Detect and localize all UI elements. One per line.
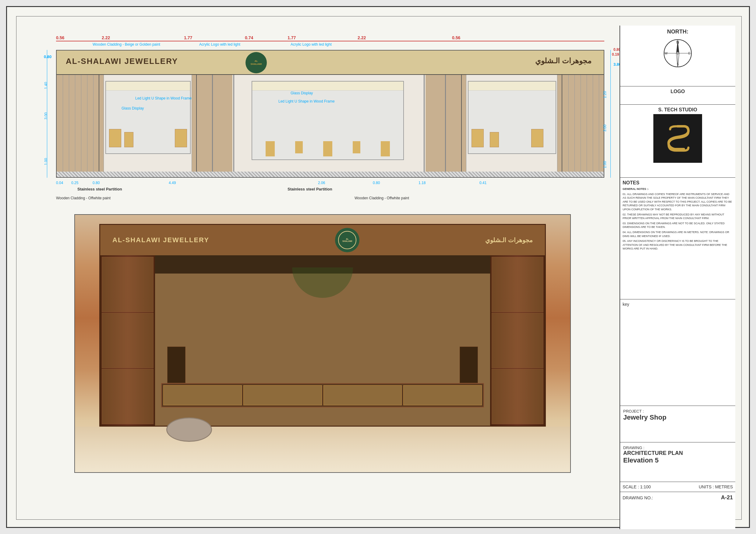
dim-118: 1.18	[418, 181, 425, 185]
left-wing	[57, 75, 99, 178]
dim-140: 1.40	[44, 82, 48, 89]
drawing-label: DRAWING :	[623, 445, 732, 450]
center-logo: ALSHALAWI	[246, 52, 267, 73]
header-bar: AL-SHALAWI JEWELLERY ALSHALAWI مجوهرات ا…	[57, 51, 604, 75]
annotation-acrylic-left: Acrylic Logo with led light	[199, 42, 240, 46]
svg-text:N: N	[677, 40, 679, 44]
annotation-wooden-cladding-top: Wooden Cladding - Beige or Golden paint	[93, 42, 160, 46]
dim-080-inner: 0.80	[93, 181, 99, 185]
north-label: NORTH:	[623, 29, 732, 35]
dim-449: 4.49	[169, 181, 176, 185]
logo-section: LOGO	[620, 87, 735, 105]
outer-border: 0.56 2.22 1.77 0.74 1.77 2.22 0.56 Woode…	[6, 6, 750, 528]
notes-label: NOTES	[623, 180, 733, 186]
annotation-acrylic-right: Acrylic Logo with led light	[291, 42, 332, 46]
dim-080-center: 0.80	[373, 181, 380, 185]
svg-text:E: E	[688, 52, 690, 55]
render-counters	[161, 383, 484, 407]
right-glass-unit	[468, 81, 556, 154]
render-stand-1	[167, 346, 185, 383]
units-label: UNITS : METRES	[699, 484, 733, 489]
svg-text:W: W	[664, 52, 668, 55]
note1: 01. ALL DRAWINGS AND COPIES THEREOF ARE …	[623, 192, 733, 212]
render-floor	[75, 427, 570, 472]
project-name: Jewelry Shop	[623, 414, 732, 421]
render-seating	[166, 418, 212, 442]
render-plant-decoration	[292, 267, 353, 298]
top-dim-line	[56, 41, 604, 41]
dim-056-left: 0.56	[56, 35, 64, 40]
dim-080-left: 0.80	[44, 55, 51, 59]
scale-section: SCALE : 1:100 UNITS : METRES	[620, 482, 735, 492]
center-glass-unit	[252, 81, 404, 160]
annotation-glass-center: Glass Display	[291, 91, 313, 95]
dim-300-right: 3.00	[603, 124, 607, 132]
north-section: NORTH: N S W E	[620, 26, 735, 87]
annotation-led-left: Led Light U Shape in Wood Frame	[135, 95, 192, 101]
dim-206: 2.06	[318, 181, 325, 185]
dim-074: 0.74	[245, 35, 253, 40]
project-section: PROJECT : Jewelry Shop	[620, 406, 735, 443]
dim-004: 0.04	[56, 181, 63, 185]
bottom-hatch	[57, 172, 604, 177]
shop-photo: AL-SHALAWI JEWELLERY ALSHALAWI مجوهرات ا…	[74, 214, 571, 473]
wooden-bottom-right: Wooden Cladding - Offwhite paint	[355, 196, 409, 200]
dim-100-right: 1.00	[603, 161, 607, 168]
project-label: PROJECT :	[623, 409, 732, 414]
dim-177-left: 1.77	[184, 35, 192, 40]
right-display	[462, 75, 562, 178]
render-shop-name-ar: مجوهرات الـشلوي	[485, 237, 533, 244]
shop-name-en: AL-SHALAWI JEWELLERY	[66, 57, 178, 66]
note2: 02. THESE DRAWINGS MAY NOT BE REPRODUCED…	[623, 213, 733, 220]
studio-name: S. TECH STUDIO	[623, 107, 733, 113]
drawing-area: 0.56 2.22 1.77 0.74 1.77 2.22 0.56 Woode…	[32, 32, 638, 519]
drawing-type: ARCHITECTURE PLAN	[623, 450, 732, 456]
drawing-number: A-21	[721, 495, 733, 501]
dim-222-left: 2.22	[102, 35, 110, 40]
stainless-left-label: Stainless steel Partition	[77, 187, 122, 191]
stainless-right-label: Stainless steel Partition	[287, 187, 332, 191]
dim-056-right: 0.56	[452, 35, 460, 40]
render-main	[100, 255, 545, 426]
annotation-led-right: Led Light U Shape in Wood Frame	[279, 99, 335, 104]
logo-section-label: LOGO	[623, 89, 733, 94]
key-section: key	[620, 299, 735, 406]
dim-222-right: 2.22	[358, 35, 366, 40]
dim-120: 1.20	[603, 91, 607, 98]
shop-facade-header: AL-SHALAWI JEWELLERY ALSHALAWI مجوهرات ا…	[100, 225, 545, 255]
studio-section: S. TECH STUDIO	[620, 105, 735, 178]
key-label: key	[623, 302, 733, 307]
dim-025: 0.25	[71, 181, 78, 185]
north-compass: N S W E	[662, 38, 693, 68]
note4: 04. ALL DIMENSIONS ON THE DRAWINGS ARE I…	[623, 230, 733, 238]
render-logo: ALSHALAWI	[335, 228, 360, 252]
drawing-info-section: DRAWING : ARCHITECTURE PLAN Elevation 5	[620, 443, 735, 482]
drawing-elevation: Elevation 5	[623, 456, 732, 464]
dim-041: 0.41	[479, 181, 486, 185]
elevation-frame: AL-SHALAWI JEWELLERY ALSHALAWI مجوهرات ا…	[56, 50, 604, 178]
left-glass-unit	[105, 81, 191, 154]
render-left-panel	[100, 255, 155, 426]
annotation-glass-left: Glass Display	[122, 106, 144, 111]
scale-label: SCALE : 1:100	[623, 484, 651, 489]
inner-border: 0.56 2.22 1.77 0.74 1.77 2.22 0.56 Woode…	[16, 16, 742, 520]
notes-general-label: GENERAL NOTES :-	[623, 187, 733, 191]
dim-019: 0.19	[612, 52, 619, 57]
dim-300-left: 3.00	[44, 112, 48, 119]
svg-text:S: S	[677, 63, 679, 66]
studio-logo	[653, 114, 702, 163]
shop-name-ar: مجوهرات الـشلوي	[535, 57, 591, 65]
drawing-num-label: DRAWING NO.:	[623, 496, 653, 500]
wooden-bottom-left: Wooden Cladding - Offwhite paint	[56, 196, 111, 200]
render-right-panel	[490, 255, 545, 426]
right-vert-dim-line	[610, 50, 611, 178]
center-section	[197, 75, 462, 178]
shop-facade: AL-SHALAWI JEWELLERY ALSHALAWI مجوهرات ا…	[99, 224, 546, 427]
notes-section: NOTES GENERAL NOTES :- 01. ALL DRAWINGS …	[620, 178, 735, 299]
drawing-number-section: DRAWING NO.: A-21	[620, 492, 735, 503]
dim-100-left: 1.00	[44, 158, 48, 165]
render-stand-2	[460, 346, 478, 383]
note5: 05. ANY INCONSISTENCY OR DISCREPANCY IS …	[623, 239, 733, 251]
title-block: NORTH: N S W E LO	[620, 26, 735, 529]
right-wing	[562, 75, 604, 178]
